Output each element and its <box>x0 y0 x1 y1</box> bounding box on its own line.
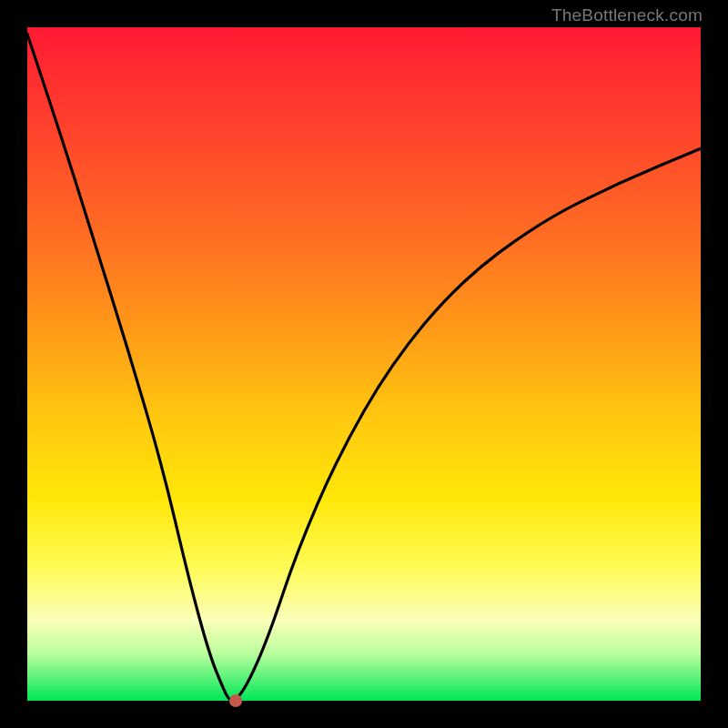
bottleneck-curve <box>27 27 701 701</box>
curve-path <box>27 34 701 701</box>
optimum-marker <box>229 694 242 707</box>
chart-frame: TheBottleneck.com <box>0 0 728 728</box>
watermark-text: TheBottleneck.com <box>551 5 703 25</box>
plot-area <box>27 27 701 701</box>
